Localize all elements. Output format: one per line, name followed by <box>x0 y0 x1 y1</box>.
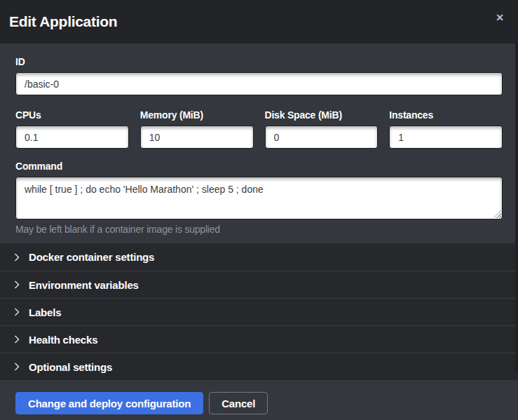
close-icon[interactable]: ✕ <box>493 10 507 25</box>
section-label: Environment variables <box>29 279 139 291</box>
section-optional-settings[interactable]: Optional settings <box>0 353 518 380</box>
id-label: ID <box>15 56 503 67</box>
disk-label: Disk Space (MiB) <box>265 109 379 121</box>
cancel-button[interactable]: Cancel <box>209 392 268 414</box>
page-scrollbar[interactable] <box>515 43 518 372</box>
chevron-right-icon <box>14 253 20 262</box>
command-textarea-wrap: while [ true ] ; do echo 'Hello Marathon… <box>15 177 503 219</box>
command-label: Command <box>15 161 503 172</box>
id-field-group: ID <box>15 56 503 95</box>
section-environment-variables[interactable]: Environment variables <box>0 271 518 298</box>
command-textarea[interactable]: while [ true ] ; do echo 'Hello Marathon… <box>15 177 503 219</box>
modal-title: Edit Application <box>9 13 117 30</box>
section-health-checks[interactable]: Health checks <box>0 325 518 353</box>
section-label: Docker container settings <box>29 251 154 263</box>
cpus-field-group: CPUs <box>15 109 129 149</box>
resources-row: CPUs Memory (MiB) Disk Space (MiB) Insta… <box>15 109 503 149</box>
chevron-right-icon <box>14 363 20 371</box>
chevron-right-icon <box>14 280 20 289</box>
section-label: Health checks <box>29 334 97 346</box>
change-and-deploy-button[interactable]: Change and deploy configuration <box>15 392 203 414</box>
section-label: Labels <box>29 306 61 318</box>
instances-input[interactable] <box>389 126 503 149</box>
id-input[interactable] <box>15 72 503 95</box>
memory-label: Memory (MiB) <box>140 109 254 121</box>
memory-input[interactable] <box>140 126 254 149</box>
disk-input[interactable] <box>265 126 379 149</box>
chevron-right-icon <box>14 308 20 316</box>
instances-label: Instances <box>389 109 503 121</box>
command-help-text: May be left blank if a container image i… <box>15 224 503 235</box>
modal-header: Edit Application ✕ <box>0 0 518 43</box>
instances-field-group: Instances <box>389 109 503 149</box>
cpus-input[interactable] <box>15 126 129 149</box>
section-labels[interactable]: Labels <box>0 298 518 325</box>
chevron-right-icon <box>14 335 20 344</box>
command-field-group: Command while [ true ] ; do echo 'Hello … <box>15 161 503 235</box>
accordion-sections: Docker container settings Environment va… <box>0 243 518 380</box>
memory-field-group: Memory (MiB) <box>140 109 254 149</box>
section-docker-container-settings[interactable]: Docker container settings <box>0 243 518 271</box>
edit-application-modal: Edit Application ✕ ID CPUs Memory (MiB) … <box>0 0 518 420</box>
section-label: Optional settings <box>29 361 112 373</box>
cpus-label: CPUs <box>15 109 129 121</box>
modal-body: ID CPUs Memory (MiB) Disk Space (MiB) In… <box>0 43 518 243</box>
modal-footer: Change and deploy configuration Cancel <box>0 380 518 420</box>
disk-field-group: Disk Space (MiB) <box>265 109 379 149</box>
